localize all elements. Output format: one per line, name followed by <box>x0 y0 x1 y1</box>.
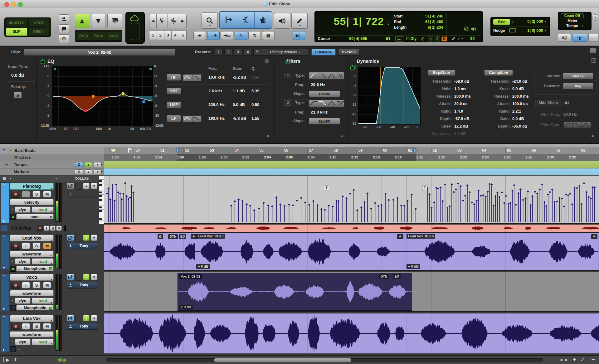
sidechain-filter-type-0[interactable] <box>563 122 572 128</box>
horizontal-scrollbar[interactable] <box>106 358 543 362</box>
eq-band-LMF-gain[interactable]: 0.0 dB <box>233 102 245 107</box>
solo-button[interactable]: S <box>32 282 41 289</box>
input-monitor-button[interactable] <box>22 191 30 197</box>
timebase-icon[interactable]: ◔ <box>10 346 16 352</box>
track-name-box[interactable]: Lisa Vox▼ <box>10 315 54 322</box>
clip-vox2-selected[interactable]: Vox 2_02-02DYNEQ0 dB <box>178 273 412 311</box>
min-secs-ruler[interactable]: Min:Secs 1:501:521:541:561:582:002:022:0… <box>0 154 599 161</box>
detector-selector[interactable]: Avg <box>563 83 593 89</box>
track-expand-caret[interactable]: ▶ <box>3 220 5 222</box>
scrub-tool-button[interactable] <box>274 13 290 29</box>
midi-merge-button[interactable]: ‖ <box>558 34 571 42</box>
markers-add-up-button[interactable]: ▲ <box>84 169 92 174</box>
audio-track-lane-lisavox[interactable] <box>104 313 599 353</box>
track-view-selector[interactable]: velocity▼ <box>10 199 54 205</box>
eq-band-LMF-q[interactable]: 0.50 <box>251 102 259 107</box>
gate-param-value[interactable]: 12.2 dB <box>454 124 468 129</box>
zoom-preset-4[interactable]: 4 <box>172 31 179 40</box>
filter-band-1-type-buttons[interactable] <box>309 72 344 80</box>
clip-name-selector[interactable]: Vox 2_02-02 <box>24 49 175 56</box>
metronome-button[interactable] <box>572 34 587 42</box>
bypass-button[interactable]: BYPASS <box>338 49 359 56</box>
track-view-selector[interactable]: waveform▼ <box>10 331 54 337</box>
plugin-preset-1[interactable]: 1 <box>215 49 223 56</box>
go-to-end-button[interactable]: ⇤ <box>592 357 595 362</box>
session-notes-badge[interactable]: ∗ <box>428 36 433 41</box>
timeline-insertion-badge[interactable]: ◎ <box>421 36 424 41</box>
eq-band-HMF-q[interactable]: 5.39 <box>251 89 259 93</box>
zoom-preset-2[interactable]: 2 <box>157 31 164 40</box>
link-track-edit-selection-button[interactable]: ⇥▭ <box>221 31 233 40</box>
tab-to-transient-button[interactable]: →✦ <box>207 31 220 40</box>
share-track-button[interactable] <box>67 315 74 321</box>
comp-param-value[interactable]: 9.9 dB <box>512 87 524 91</box>
gate-param-value[interactable]: 1.0 ms <box>454 87 466 91</box>
download-changes-button[interactable]: ▼ <box>91 315 97 321</box>
nudge-value[interactable]: 1| 0| 000 <box>519 28 543 33</box>
grid-value-toggle[interactable]: Grid <box>493 19 510 25</box>
clip-effect-badge-EQ[interactable]: EQ <box>179 234 186 239</box>
upload-changes-button[interactable]: ▲ <box>83 315 90 321</box>
voice-selector[interactable]: ⊥Monophonic <box>16 305 54 310</box>
track-height-zoom-button[interactable] <box>168 14 179 28</box>
track-collapse-caret[interactable]: ▼ <box>3 183 5 186</box>
plugin-preset-4[interactable]: 4 <box>244 49 252 56</box>
dynamics-graph[interactable] <box>358 67 421 124</box>
zoom-preset-5[interactable]: 5 <box>179 31 187 40</box>
audio-track-lane-gtrdelay[interactable] <box>104 225 599 233</box>
upload-changes-button[interactable]: ▲ <box>83 183 90 189</box>
gate-param-value[interactable]: -67.9 dB <box>454 117 470 121</box>
gate-param-value[interactable]: 200.0 ms <box>454 94 471 99</box>
comp-param-value[interactable]: 100.0 us <box>512 102 528 106</box>
audio-track-lane-leadvox[interactable]: ØDYNEQLead Vox_01-130 dBLead Vox_01-150 … <box>104 233 599 271</box>
record-enable-button[interactable] <box>37 226 43 231</box>
eq-band-LF-shape-toggle[interactable] <box>183 115 202 122</box>
comp-param-value[interactable]: -36.0 dB <box>512 124 528 129</box>
scroll-left-button[interactable]: ◀ <box>560 358 562 362</box>
track-list-menu-caret[interactable]: ▼ <box>9 177 12 180</box>
mute-button[interactable]: M <box>43 191 51 197</box>
dyn-button[interactable]: dyn <box>15 258 31 265</box>
voice-selector[interactable]: none⧉ <box>16 214 54 219</box>
track-color-strip[interactable]: ▼▶ <box>1 234 9 270</box>
expgate-tab[interactable]: Exp/Gate <box>427 70 455 76</box>
sidechain-filter-type-2[interactable] <box>582 122 591 128</box>
markers-add-button[interactable]: + <box>100 169 103 174</box>
upload-changes-button[interactable]: ▲ <box>83 235 90 241</box>
selection-start-marker[interactable] <box>175 148 180 153</box>
eq-band-HMF-freq[interactable]: 2.6 kHz <box>208 89 222 93</box>
trim-tool-button[interactable] <box>220 12 237 28</box>
plugin-grid-icon[interactable] <box>590 48 596 53</box>
track-view-selector[interactable]: waveform▼ <box>10 290 54 296</box>
track-expand-caret[interactable]: ▶ <box>3 348 5 351</box>
comp-param-value[interactable]: 2.2:1 <box>512 109 521 114</box>
pencil-tool-button[interactable]: ▼ <box>291 13 308 29</box>
track-color-strip[interactable]: ▼▶ <box>1 274 9 311</box>
ruler-menu-caret[interactable]: ▼ <box>9 149 12 152</box>
record-enable-button[interactable] <box>11 282 20 289</box>
dyn-button[interactable]: dyn <box>15 339 31 345</box>
gate-param-value[interactable]: -58.0 dB <box>454 79 470 84</box>
elastic-audio-icon[interactable]: ∗ <box>11 298 14 303</box>
grid-menu[interactable]: ▼ <box>544 20 547 23</box>
add-collaborator-button[interactable] <box>59 14 69 23</box>
track-owner-chip[interactable] <box>67 191 98 197</box>
minimize-window-button[interactable] <box>11 2 16 7</box>
input-monitor-button[interactable]: I <box>22 323 30 330</box>
download-track-changes-button[interactable]: ▼ <box>91 14 105 28</box>
filter-band-2-freq-value[interactable]: 21.0 kHz <box>311 110 328 114</box>
librarian-menu[interactable]: <factory default> ▼ <box>261 49 309 56</box>
automation-mode-selector[interactable]: read▼ <box>32 206 54 213</box>
source-selector[interactable]: Internal <box>563 73 593 79</box>
transport-expand-button[interactable]: ▼ <box>592 14 598 21</box>
eq-band-HF-gain[interactable]: -2.2 dB <box>233 75 246 80</box>
record-enable-button[interactable] <box>11 191 20 198</box>
layered-editing-button[interactable]: ▤ <box>262 31 275 40</box>
selection-end-marker[interactable] <box>412 148 417 153</box>
clip-effect-badge-DYN[interactable]: DYN <box>379 274 389 279</box>
solo-button[interactable]: S <box>32 243 41 249</box>
note-value-selector[interactable]: ♪ ▼ <box>458 36 463 41</box>
solo-button[interactable]: S <box>32 323 41 330</box>
eq-power-button[interactable] <box>41 60 45 64</box>
gate-param-value[interactable]: 20.0 us <box>454 102 467 106</box>
